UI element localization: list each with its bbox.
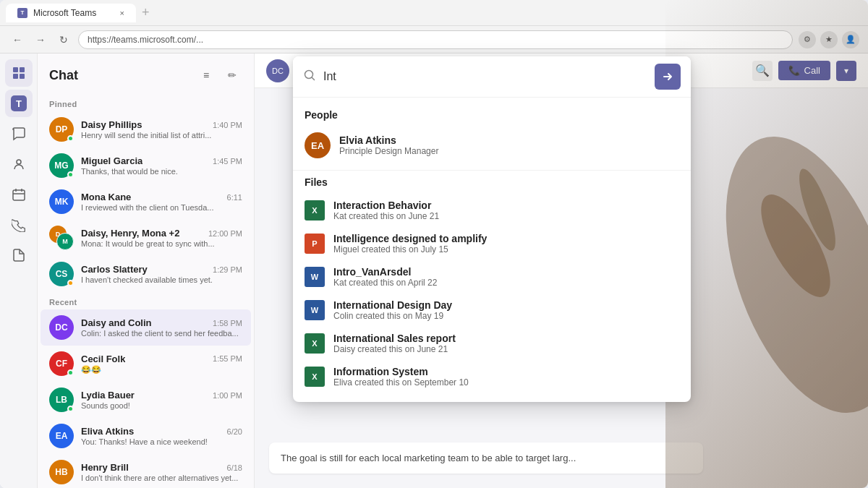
profile-icon[interactable]: 👤 [842,31,859,48]
refresh-button[interactable]: ↻ [55,31,72,48]
chat-item-lydia-bauer[interactable]: LB Lydia Bauer 1:00 PM Sounds good! [41,382,251,418]
more-options-button[interactable]: ▾ [836,61,856,81]
browser-tab[interactable]: T Microsoft Teams × [6,4,136,22]
rail-icon-files[interactable] [5,241,33,269]
chat-item-miguel-garcia[interactable]: MG Miguel Garcia 1:45 PM Thanks, that wo… [41,147,251,184]
file-icon-powerpoint-1: P [305,234,325,254]
file-info-intelligence: Intelligence designed to amplify Miguel … [333,233,487,254]
chat-preview-carlos-slattery: I haven't checked available times yet. [81,275,242,284]
chat-item-group[interactable]: D M Daisy, Henry, Mona +2 12:00 PM Mona:… [41,220,251,256]
chat-name-group: Daisy, Henry, Mona +2 [81,228,179,239]
file-meta-international-sales: Daisy created this on June 21 [333,344,456,354]
call-button[interactable]: 📞 Call [778,61,830,80]
chat-preview-mona-kane: I reviewed with the client on Tuesda... [81,203,242,212]
chat-time-lydia-bauer: 1:00 PM [213,391,242,400]
svg-rect-0 [13,67,18,72]
chat-time-miguel-garcia: 1:45 PM [213,157,242,166]
chat-item-daisy-phillips[interactable]: DP Daisy Phillips 1:40 PM Henry will sen… [41,111,251,147]
avatar-mona-kane: MK [49,189,74,214]
search-go-button[interactable] [655,64,681,90]
tab-title: Microsoft Teams [33,8,96,18]
message-area: The goal is still for each local marketi… [255,459,868,488]
chat-time-group: 12:00 PM [208,229,242,238]
search-input[interactable] [323,70,647,83]
chat-time-carlos-slattery: 1:29 PM [213,265,242,274]
file-result-intro[interactable]: W Intro_VanArsdel Kat created this on Ap… [293,260,691,294]
search-input-row [293,56,691,98]
address-bar[interactable]: https://teams.microsoft.com/... [78,30,793,49]
avatar-miguel-garcia: MG [49,153,74,178]
chat-info-eliva-atkins: Eliva Atkins 6/20 You: Thanks! Have a ni… [81,426,242,446]
back-button[interactable]: ← [9,31,26,48]
people-result-elvia[interactable]: EA Elvia Atkins Principle Design Manager [293,127,691,164]
avatar-lydia-bauer: LB [49,388,74,412]
file-meta-information-system: Eliva created this on September 10 [333,377,469,388]
chat-item-eliva-atkins[interactable]: EA Eliva Atkins 6/20 You: Thanks! Have a… [41,418,251,454]
rail-icon-grid[interactable] [5,59,33,87]
teams-rail: T [0,53,38,488]
file-info-intro: Intro_VanArsdel Kat created this on Apri… [333,266,437,288]
people-info-elvia: Elvia Atkins Principle Design Manager [339,134,438,156]
chat-item-cecil-folk[interactable]: CF Cecil Folk 1:55 PM 😂😂 [41,346,251,382]
file-info-information-system: Information System Eliva created this on… [333,366,469,388]
file-icon-word-1: W [305,267,325,287]
new-tab-button[interactable]: + [142,5,150,20]
chat-name-lydia-bauer: Lydia Bauer [81,390,135,401]
browser-icons: ⚙ ★ 👤 [799,31,859,48]
rail-icon-chat[interactable] [5,120,33,147]
forward-button[interactable]: → [32,31,49,48]
tab-close-button[interactable]: × [120,9,124,17]
chat-info-henry-brill: Henry Brill 6/18 I don't think there are… [81,462,242,482]
file-icon-excel-2: X [305,333,325,354]
chat-preview-group: Mona: It would be great to sync with... [81,239,242,248]
avatar-daisy-phillips: DP [49,117,74,142]
chat-time-daisy-phillips: 1:40 PM [213,121,242,129]
chat-item-mona-kane[interactable]: MK Mona Kane 6:11 I reviewed with the cl… [41,184,251,220]
svg-rect-3 [20,74,25,79]
chat-name-carlos-slattery: Carlos Slattery [81,264,148,275]
chat-header-icons: ≡ ✏ [196,65,242,85]
tab-favicon: T [17,8,27,18]
chat-info-carlos-slattery: Carlos Slattery 1:29 PM I haven't checke… [81,264,242,284]
chat-sidebar: Chat ≡ ✏ Pinned DP Daisy Phillips [38,53,255,488]
status-dot-daisy-phillips [67,135,74,142]
chat-preview-cecil-folk: 😂😂 [81,365,242,374]
chat-preview-lydia-bauer: Sounds good! [81,401,242,410]
svg-rect-2 [13,74,18,79]
file-name-international-design: International Design Day [333,299,452,311]
status-dot-miguel-garcia [67,171,74,178]
pinned-label: Pinned [38,94,254,111]
svg-rect-7 [13,190,25,200]
compose-icon[interactable]: ✏ [222,65,242,85]
chat-item-carlos-slattery[interactable]: CS Carlos Slattery 1:29 PM I haven't che… [41,256,251,292]
extension-icon-2[interactable]: ★ [820,31,838,48]
chat-info-group: Daisy, Henry, Mona +2 12:00 PM Mona: It … [81,228,242,248]
file-meta-interaction-behavior: Kat created this on June 21 [333,211,439,221]
file-info-international-sales: International Sales report Daisy created… [333,333,456,354]
topbar-avatar-1: DC [266,59,289,82]
chat-info-miguel-garcia: Miguel Garcia 1:45 PM Thanks, that would… [81,155,242,176]
avatar-cecil-folk: CF [49,351,74,376]
file-result-international-design[interactable]: W International Design Day Colin created… [293,294,691,327]
rail-icon-teams-logo[interactable]: T [5,90,33,117]
browser-titlebar: T Microsoft Teams × + [0,0,868,26]
rail-icon-calls[interactable] [5,211,33,239]
chat-name-cecil-folk: Cecil Folk [81,354,125,364]
search-results: People EA Elvia Atkins Principle Design … [293,98,691,402]
file-result-information-system[interactable]: X Information System Eliva created this … [293,360,691,393]
file-icon-excel-3: X [305,367,325,387]
file-result-interaction-behavior[interactable]: X Interaction Behavior Kat created this … [293,194,691,227]
rail-icon-team[interactable] [5,150,33,178]
extension-icon-1[interactable]: ⚙ [799,31,816,48]
search-topbar-button[interactable]: 🔍 [752,61,773,81]
file-result-international-sales[interactable]: X International Sales report Daisy creat… [293,327,691,360]
chat-info-cecil-folk: Cecil Folk 1:55 PM 😂😂 [81,354,242,374]
chat-item-henry-brill[interactable]: HB Henry Brill 6/18 I don't think there … [41,454,251,488]
filter-icon[interactable]: ≡ [196,65,216,85]
chat-item-daisy-colin[interactable]: DC Daisy and Colin 1:58 PM Colin: I aske… [41,309,251,346]
chat-name-eliva-atkins: Eliva Atkins [81,426,134,437]
address-text: https://teams.microsoft.com/... [88,35,203,45]
file-name-intro: Intro_VanArsdel [333,266,437,278]
file-result-intelligence[interactable]: P Intelligence designed to amplify Migue… [293,227,691,260]
rail-icon-calendar[interactable] [5,181,33,208]
